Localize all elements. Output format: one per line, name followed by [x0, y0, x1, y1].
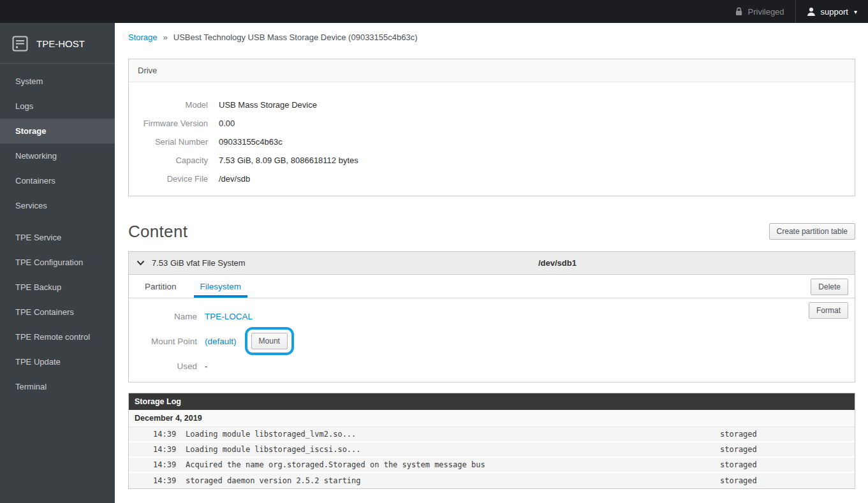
drive-panel: Drive Model USB Mass Storage Device Firm… [128, 59, 855, 196]
log-message: Acquired the name org.storaged.Storaged … [186, 460, 720, 469]
used-value: - [205, 361, 208, 371]
host-name: TPE-HOST [36, 38, 85, 49]
log-service: storaged [720, 460, 855, 469]
sidebar: TPE-HOST System Logs Storage Networking … [0, 23, 115, 503]
log-message: Loading module libstoraged_lvm2.so... [186, 430, 720, 439]
drive-field-capacity: Capacity 7.53 GiB, 8.09 GB, 8086618112 b… [129, 151, 855, 170]
chevron-down-icon: ▾ [854, 8, 857, 15]
partition-device-path: /dev/sdb1 [538, 258, 577, 268]
breadcrumb-separator: » [163, 33, 168, 42]
field-label: Firmware Version [129, 119, 208, 128]
sidebar-item-tpe-update[interactable]: TPE Update [0, 349, 115, 374]
page-title: Content [128, 222, 188, 242]
sidebar-item-networking[interactable]: Networking [0, 143, 115, 168]
sidebar-item-containers[interactable]: Containers [0, 168, 115, 193]
log-entry-row[interactable]: 14:39 Loading module libstoraged_lvm2.so… [129, 427, 855, 442]
field-label: Device File [129, 174, 208, 184]
field-label: Name [129, 312, 197, 321]
filesystem-name-row: Name TPE-LOCAL [129, 307, 855, 325]
partition-header[interactable]: 7.53 GiB vfat File System /dev/sdb1 [129, 252, 855, 275]
sidebar-item-services[interactable]: Services [0, 193, 115, 218]
format-button[interactable]: Format [809, 302, 848, 319]
sidebar-item-tpe-remote-control[interactable]: TPE Remote control [0, 324, 115, 349]
sidebar-item-tpe-containers[interactable]: TPE Containers [0, 300, 115, 324]
lock-icon [735, 7, 743, 16]
chevron-down-icon [136, 260, 145, 266]
drive-field-device-file: Device File /dev/sdb [129, 170, 855, 188]
sidebar-item-tpe-service[interactable]: TPE Service [0, 225, 115, 250]
sidebar-item-tpe-backup[interactable]: TPE Backup [0, 275, 115, 300]
sidebar-item-label: TPE Remote control [15, 332, 90, 342]
used-row: Used - [129, 357, 855, 375]
sidebar-item-label: Networking [15, 151, 57, 161]
privileged-label: Privileged [748, 7, 784, 17]
partition-tabs: Partition Filesystem Delete [129, 275, 855, 298]
sidebar-item-terminal[interactable]: Terminal [0, 374, 115, 399]
sidebar-group-gap [0, 218, 115, 225]
log-entry-row[interactable]: 14:39 Acquired the name org.storaged.Sto… [129, 458, 855, 473]
sidebar-nav: System Logs Storage Networking Container… [0, 64, 115, 399]
field-label: Mount Point [129, 337, 197, 346]
field-value: /dev/sdb [219, 174, 250, 184]
tab-filesystem[interactable]: Filesystem [194, 275, 248, 298]
storage-log-title: Storage Log [129, 393, 855, 410]
field-label: Serial Number [129, 137, 208, 147]
drive-panel-title: Drive [129, 59, 855, 82]
mount-point-link[interactable]: (default) [205, 337, 237, 346]
log-entry-row[interactable]: 14:39 storaged daemon version 2.5.2 star… [129, 473, 855, 488]
sidebar-item-label: Services [15, 201, 47, 210]
log-service: storaged [720, 430, 855, 439]
partition-summary: 7.53 GiB vfat File System [152, 258, 246, 268]
field-label: Model [129, 100, 208, 110]
sidebar-item-label: TPE Containers [15, 307, 74, 317]
mount-button-highlight: Mount [245, 327, 294, 355]
field-value: 0.00 [219, 119, 235, 128]
mount-button[interactable]: Mount [251, 333, 288, 349]
sidebar-item-label: Storage [15, 126, 46, 136]
host-header: TPE-HOST [0, 23, 115, 63]
breadcrumb-current: USBest Technology USB Mass Storage Devic… [173, 33, 418, 42]
log-time: 14:39 [153, 430, 181, 439]
privileged-indicator: Privileged [724, 0, 795, 23]
user-icon [807, 7, 816, 17]
content-section-header: Content Create partition table [128, 220, 855, 243]
breadcrumb-storage-link[interactable]: Storage [128, 33, 158, 42]
log-time: 14:39 [153, 445, 181, 454]
sidebar-item-label: TPE Configuration [15, 258, 83, 267]
field-label: Capacity [129, 156, 208, 165]
user-label: support [821, 7, 848, 17]
sidebar-item-label: Containers [15, 176, 55, 186]
sidebar-item-tpe-configuration[interactable]: TPE Configuration [0, 250, 115, 275]
mount-point-row: Mount Point (default) Mount [129, 325, 855, 357]
drive-panel-body: Model USB Mass Storage Device Firmware V… [129, 82, 855, 196]
drive-field-serial: Serial Number 09033155c4b63c [129, 133, 855, 151]
filesystem-tab-panel: Format Name TPE-LOCAL Mount Point (defau… [129, 298, 855, 382]
user-menu[interactable]: support ▾ [796, 0, 868, 23]
sidebar-item-logs[interactable]: Logs [0, 94, 115, 119]
sidebar-item-label: TPE Backup [15, 282, 61, 292]
sidebar-item-system[interactable]: System [0, 69, 115, 94]
tab-partition[interactable]: Partition [138, 275, 183, 298]
sidebar-item-label: TPE Update [15, 357, 61, 367]
field-label: Used [129, 361, 197, 371]
delete-button[interactable]: Delete [811, 279, 848, 295]
drive-field-firmware: Firmware Version 0.00 [129, 114, 855, 133]
filesystem-name-link[interactable]: TPE-LOCAL [205, 312, 253, 321]
main-content: Storage » USBest Technology USB Mass Sto… [115, 23, 868, 503]
log-message: storaged daemon version 2.5.2 starting [186, 476, 720, 485]
log-time: 14:39 [153, 476, 181, 485]
breadcrumb: Storage » USBest Technology USB Mass Sto… [128, 31, 855, 43]
drive-field-model: Model USB Mass Storage Device [129, 96, 855, 114]
storage-log-panel: Storage Log December 4, 2019 14:39 Loadi… [128, 393, 855, 489]
tab-label: Partition [145, 282, 177, 291]
top-bar: Privileged support ▾ [0, 0, 868, 23]
partition-panel: 7.53 GiB vfat File System /dev/sdb1 Part… [128, 251, 855, 383]
log-entry-row[interactable]: 14:39 Loading module libstoraged_iscsi.s… [129, 442, 855, 458]
sidebar-item-storage[interactable]: Storage [0, 119, 115, 143]
sidebar-item-label: System [15, 77, 43, 86]
field-value: USB Mass Storage Device [219, 100, 317, 110]
create-partition-table-button[interactable]: Create partition table [769, 223, 855, 240]
log-message: Loading module libstoraged_iscsi.so... [186, 445, 720, 454]
log-service: storaged [720, 476, 855, 485]
sidebar-item-label: Logs [15, 101, 33, 111]
